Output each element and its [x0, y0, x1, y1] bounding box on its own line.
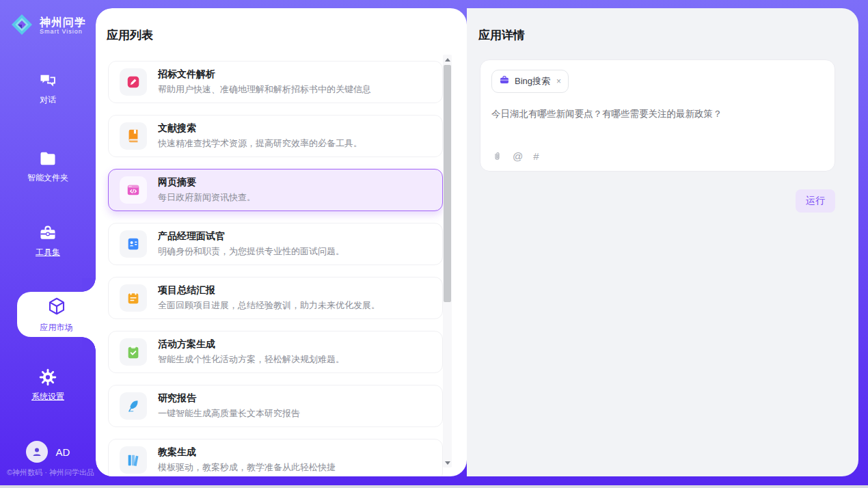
- memo-icon: [120, 284, 147, 312]
- app-description: 明确身份和职责，为您提供专业性的面试问题。: [158, 245, 344, 258]
- app-list-panel: 应用列表 招标文件解析 帮助用户快速、准确地理解和解析招标书中的关键信息 文献搜…: [96, 8, 467, 476]
- briefcase-icon: [499, 74, 510, 88]
- prompt-input[interactable]: 今日湖北有哪些新闻要点？有哪些需要关注的最新政策？: [491, 108, 824, 120]
- quill-icon: [120, 392, 147, 420]
- resume-person-icon: [120, 230, 147, 258]
- user-name: AD: [56, 446, 70, 458]
- user-account[interactable]: AD: [0, 441, 96, 463]
- app-list-item-3[interactable]: 产品经理面试官 明确身份和职责，为您提供专业性的面试问题。: [108, 223, 443, 265]
- mention-icon[interactable]: @: [513, 150, 523, 162]
- app-title: 活动方案生成: [158, 338, 344, 351]
- cube-icon: [46, 296, 67, 319]
- app-description: 一键智能生成高质量长文本研究报告: [158, 407, 300, 420]
- app-list-item-6[interactable]: 研究报告 一键智能生成高质量长文本研究报告: [108, 385, 443, 427]
- window-bottom-edge: [0, 485, 868, 488]
- browser-code-icon: [120, 176, 147, 204]
- active-nav-indicator: 应用市场: [17, 292, 96, 337]
- sidebar-item-4[interactable]: 系统设置: [0, 368, 96, 403]
- app-title: 研究报告: [158, 392, 300, 405]
- toolbox-icon: [38, 223, 57, 243]
- brand-subtitle: Smart Vision: [40, 29, 86, 35]
- folder-icon: [38, 149, 57, 168]
- clipboard-check-icon: [120, 338, 147, 366]
- brand-logo: 神州问学 Smart Vision: [0, 12, 96, 40]
- app-description: 模板驱动，教案秒成，教学准备从此轻松快捷: [158, 461, 336, 474]
- attachment-icon[interactable]: [492, 150, 502, 162]
- avatar: [26, 441, 48, 463]
- input-toolbar: @ #: [492, 150, 539, 162]
- app-list-item-2[interactable]: 网页摘要 每日政府新闻资讯快查。: [108, 169, 443, 211]
- scroll-up-arrow[interactable]: [443, 55, 452, 64]
- scroll-down-arrow[interactable]: [443, 458, 452, 467]
- scrollbar-thumb[interactable]: [444, 65, 451, 302]
- app-detail-title: 应用详情: [478, 27, 858, 43]
- chat-icon: [38, 71, 57, 90]
- prompt-card: Bing搜索 × 今日湖北有哪些新闻要点？有哪些需要关注的最新政策？ @ #: [480, 59, 835, 172]
- app-title: 产品经理面试官: [158, 230, 344, 243]
- app-list-item-0[interactable]: 招标文件解析 帮助用户快速、准确地理解和解析招标书中的关键信息: [108, 61, 443, 103]
- edit-document-icon: [120, 68, 147, 96]
- app-title: 教案生成: [158, 446, 336, 459]
- diamond-logo-icon: [10, 12, 34, 40]
- app-description: 帮助用户快速、准确地理解和解析招标书中的关键信息: [158, 83, 371, 96]
- gear-icon: [38, 368, 57, 387]
- sidebar-item-1[interactable]: 智能文件夹: [0, 149, 96, 184]
- brand-name: 神州问学: [40, 17, 86, 29]
- app-description: 智能生成个性化活动方案，轻松解决规划难题。: [158, 353, 344, 366]
- app-list: 招标文件解析 帮助用户快速、准确地理解和解析招标书中的关键信息 文献搜索 快速精…: [108, 61, 443, 476]
- book-icon: [120, 122, 147, 150]
- app-list-item-5[interactable]: 活动方案生成 智能生成个性化活动方案，轻松解决规划难题。: [108, 331, 443, 373]
- tag-label: Bing搜索: [515, 75, 550, 87]
- app-title: 文献搜索: [158, 122, 362, 135]
- app-list-item-1[interactable]: 文献搜索 快速精准查找学术资源，提高研究效率的必备工具。: [108, 115, 443, 157]
- app-description: 每日政府新闻资讯快查。: [158, 191, 256, 204]
- main-content: 应用列表 招标文件解析 帮助用户快速、准确地理解和解析招标书中的关键信息 文献搜…: [96, 8, 858, 476]
- tag-close-icon[interactable]: ×: [556, 77, 561, 85]
- sidebar-item-0[interactable]: 对话: [0, 71, 96, 106]
- person-icon: [31, 446, 43, 458]
- hashtag-icon[interactable]: #: [533, 150, 539, 162]
- app-title: 项目总结汇报: [158, 284, 380, 297]
- app-list-item-7[interactable]: 教案生成 模板驱动，教案秒成，教学准备从此轻松快捷: [108, 439, 443, 476]
- app-list-title: 应用列表: [107, 27, 467, 43]
- copyright-footer: ©神州数码 · 神州问学出品: [7, 467, 94, 478]
- run-button[interactable]: 运行: [796, 189, 835, 213]
- app-title: 招标文件解析: [158, 68, 371, 81]
- app-title: 网页摘要: [158, 176, 256, 189]
- books-icon: [120, 446, 147, 474]
- sidebar: 神州问学 Smart Vision 对话 智能文件夹 工具集 应用市场 系统设置…: [0, 0, 96, 485]
- sidebar-item-2[interactable]: 工具集: [0, 223, 96, 258]
- app-detail-panel: 应用详情 Bing搜索 × 今日湖北有哪些新闻要点？有哪些需要关注的最新政策？: [467, 8, 858, 476]
- list-scrollbar[interactable]: [443, 55, 452, 467]
- tool-tag-bing[interactable]: Bing搜索 ×: [491, 70, 569, 93]
- app-description: 快速精准查找学术资源，提高研究效率的必备工具。: [158, 137, 362, 150]
- sidebar-item-3[interactable]: 应用市场: [17, 292, 96, 337]
- app-description: 全面回顾项目进展，总结经验教训，助力未来优化发展。: [158, 299, 380, 312]
- app-list-item-4[interactable]: 项目总结汇报 全面回顾项目进展，总结经验教训，助力未来优化发展。: [108, 277, 443, 319]
